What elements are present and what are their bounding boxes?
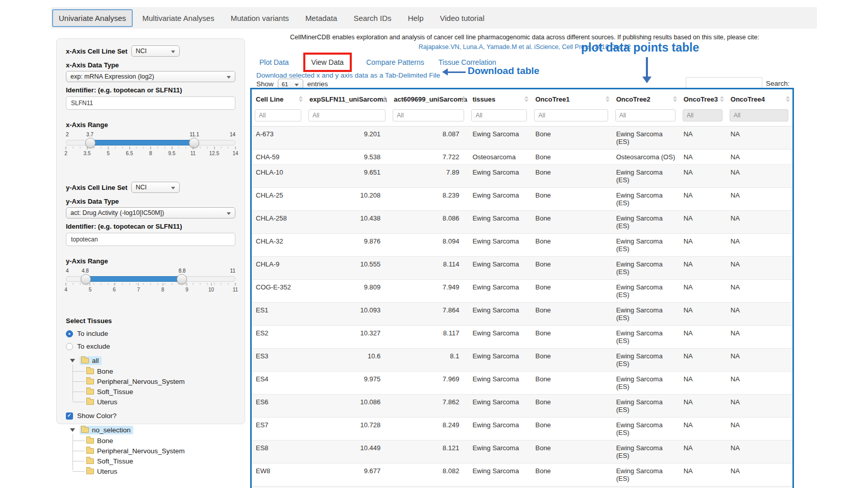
table-row: ES810.4498.121Ewing SarcomaBoneEwing Sar…: [252, 441, 792, 463]
cell-oncotree2: Ewing Sarcoma (ES): [612, 188, 680, 211]
filter-input-cell-line[interactable]: [255, 109, 301, 121]
nav-tab-univariate-analyses[interactable]: Univariate Analyses: [52, 9, 133, 27]
cell-expslfn11-unisarcoma: 9.809: [305, 280, 390, 303]
cell-oncotree3: NA: [680, 211, 727, 234]
include-tree-item-bone[interactable]: Bone: [86, 366, 235, 376]
tree-item-label: Peripheral_Nervous_System: [97, 447, 185, 455]
filter-input-oncotree4[interactable]: [730, 109, 788, 121]
sort-icon: [673, 96, 677, 102]
x-data-type-value: exp: mRNA Expression (log2): [70, 73, 154, 80]
y-range-major-tick: [235, 283, 236, 286]
filter-input-oncotree3[interactable]: [683, 109, 722, 121]
cell-oncotree3: NA: [680, 165, 727, 188]
col-header-label: Cell Line: [256, 95, 283, 103]
filter-input-tissues[interactable]: [471, 109, 527, 121]
cell-tissues: Ewing Sarcoma: [468, 257, 531, 280]
filter-input-oncotree2[interactable]: [615, 109, 676, 121]
cell-expslfn11-unisarcoma: 10.449: [305, 441, 390, 463]
include-tree-root[interactable]: all: [66, 356, 235, 365]
cell-expslfn11-unisarcoma: 10.728: [305, 418, 390, 441]
filter-cell-cell-line: [252, 108, 305, 127]
nav-tab-mutation-variants[interactable]: Mutation variants: [224, 9, 296, 27]
cell-cell-line: ES3: [252, 349, 305, 372]
x-data-type-select[interactable]: exp: mRNA Expression (log2): [66, 71, 235, 82]
tab-plot-data[interactable]: Plot Data: [259, 58, 289, 66]
data-table: Cell LineexpSLFN11_uniSarcomaact609699_u…: [252, 89, 792, 488]
table-row: A-6739.2018.087Ewing SarcomaBoneEwing Sa…: [252, 127, 792, 150]
citation-link[interactable]: Rajapakse.VN, Luna.A, Yamade.M et al. iS…: [250, 43, 799, 51]
color-tree-item-bone[interactable]: Bone: [86, 435, 235, 446]
y-range-minor-tick: [87, 283, 87, 285]
download-link[interactable]: Download selected x and y axis data as a…: [256, 71, 440, 79]
y-range-minor-tick: [172, 283, 172, 285]
table-row: CHLA-2510.2088.239Ewing SarcomaBoneEwing…: [252, 188, 792, 211]
y-range-slider: 44.88.8114567891011: [66, 268, 235, 295]
col-header-expslfn11-unisarcoma[interactable]: expSLFN11_uniSarcoma: [305, 89, 390, 108]
cell-act609699-unisarcoma: 7.803: [390, 486, 468, 488]
color-tree-item-peripheral-nervous-system[interactable]: Peripheral_Nervous_System: [86, 446, 235, 456]
show-color-checkbox[interactable]: [66, 412, 73, 420]
x-range-minor-tick: [164, 147, 165, 149]
y-cell-line-set-select[interactable]: NCI: [131, 182, 180, 193]
y-identifier-label: Identifier: (e.g. topotecan or SLFN11): [66, 223, 235, 230]
tissue-radio-to-exclude[interactable]: To exclude: [66, 343, 235, 350]
col-header-label: act609699_uniSarcoma: [394, 95, 467, 103]
search-input[interactable]: [686, 77, 762, 88]
nav-tab-search-ids[interactable]: Search IDs: [347, 9, 398, 27]
nav-tab-metadata[interactable]: Metadata: [299, 9, 344, 27]
nav-tab-video-tutorial[interactable]: Video tutorial: [433, 9, 491, 27]
folder-icon: [86, 448, 94, 454]
table-header-row: Cell LineexpSLFN11_uniSarcomaact609699_u…: [252, 89, 792, 108]
x-range-minor-tick: [221, 147, 222, 149]
x-range-major-tick: [87, 147, 87, 150]
col-header-oncotree1[interactable]: OncoTree1: [531, 89, 612, 108]
citation-text: CellMinerCDB enables exploration and ana…: [250, 34, 799, 41]
col-header-cell-line[interactable]: Cell Line: [252, 89, 305, 108]
col-header-oncotree3[interactable]: OncoTree3: [680, 89, 727, 108]
col-header-tissues[interactable]: tissues: [468, 89, 531, 108]
cell-oncotree3: NA: [680, 463, 727, 486]
filter-cell-expslfn11-unisarcoma: [305, 108, 390, 127]
col-header-oncotree2[interactable]: OncoTree2: [612, 89, 680, 108]
table-row: CHA-599.5387.722OsteosarcomaBoneOsteosar…: [252, 150, 792, 165]
filter-cell-oncotree3: [680, 108, 727, 127]
tissue-radio-to-include[interactable]: To include: [66, 330, 235, 337]
color-tree-item-soft-tissue[interactable]: Soft_Tissue: [86, 456, 235, 466]
y-range-minor-tick: [122, 283, 123, 285]
folder-icon: [86, 399, 94, 405]
cell-cell-line: HOS: [252, 486, 305, 488]
x-range-selected-range: [90, 140, 196, 145]
show-color-row: Show Color?: [66, 412, 235, 420]
tab-compare-patterns[interactable]: Compare Patterns: [366, 58, 424, 66]
filter-input-oncotree1[interactable]: [534, 109, 608, 121]
y-identifier-input[interactable]: [66, 233, 235, 246]
color-tree-root[interactable]: no_selection: [66, 426, 235, 434]
col-header-act609699-unisarcoma[interactable]: act609699_uniSarcoma: [390, 89, 468, 108]
y-data-type-select[interactable]: act: Drug Activity (-log10[IC50M]): [66, 207, 235, 218]
color-tree-item-uterus[interactable]: Uterus: [86, 466, 235, 476]
y-range-minor-tick: [151, 283, 151, 285]
x-range-minor-tick: [228, 147, 229, 149]
include-tree-item-peripheral-nervous-system[interactable]: Peripheral_Nervous_System: [86, 376, 235, 386]
nav-tab-help[interactable]: Help: [401, 9, 430, 27]
cell-act609699-unisarcoma: 8.121: [390, 441, 468, 463]
tab-view-data[interactable]: View Data: [311, 58, 344, 66]
cell-cell-line: EW8: [252, 463, 305, 486]
include-tree-item-uterus[interactable]: Uterus: [86, 397, 235, 407]
table-row: ES49.9757.969Ewing SarcomaBoneEwing Sarc…: [252, 372, 792, 395]
cell-act609699-unisarcoma: 8.1: [390, 349, 468, 372]
x-cell-line-set-select[interactable]: NCI: [131, 45, 180, 57]
col-header-oncotree4[interactable]: OncoTree4: [727, 89, 792, 108]
y-range-minor-tick: [228, 283, 229, 285]
x-identifier-input[interactable]: [66, 96, 235, 110]
nav-tab-multivariate-analyses[interactable]: Multivariate Analyses: [136, 9, 221, 27]
x-range-tick-label: 8: [149, 151, 152, 156]
y-range-min-label: 4: [66, 268, 69, 274]
filter-input-expslfn11-unisarcoma[interactable]: [308, 109, 385, 121]
filter-input-act609699-unisarcoma[interactable]: [393, 109, 464, 121]
include-tree-item-soft-tissue[interactable]: Soft_Tissue: [86, 386, 235, 397]
x-range-major-tick: [214, 147, 214, 150]
cell-oncotree2: Ewing Sarcoma (ES): [612, 165, 680, 188]
x-range-minor-tick: [101, 147, 102, 149]
cell-oncotree1: Bone: [531, 349, 612, 372]
